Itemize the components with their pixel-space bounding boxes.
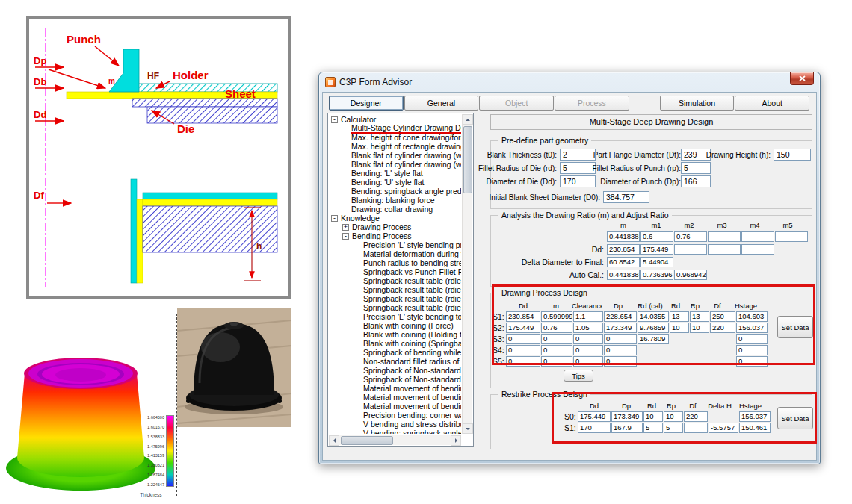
tree-item[interactable]: Bending: 'U' style flat <box>329 178 461 187</box>
value-cell[interactable]: 230.854 <box>607 244 640 255</box>
tree-item[interactable]: V bending and stress distribution <box>329 420 461 429</box>
value-cell[interactable]: 0 <box>573 334 603 344</box>
tree-item[interactable]: Springback of bending while blank w <box>329 348 461 357</box>
tab[interactable]: Object <box>479 96 554 111</box>
tree-item[interactable]: Blanking: blanking force <box>329 196 461 205</box>
tree-node-bending-process[interactable]: - Bending Process <box>329 231 461 240</box>
scroll-up-button[interactable] <box>463 114 473 125</box>
drawing-height-input[interactable] <box>774 149 811 161</box>
value-cell[interactable]: 170 <box>578 423 611 433</box>
tree-item[interactable]: Springback result table (rdie=0.5t) <box>329 303 461 312</box>
tab[interactable]: Designer <box>329 96 404 111</box>
tree-item[interactable]: Material movement of bending proc <box>329 402 461 411</box>
value-cell[interactable]: 0.736396 <box>640 270 673 280</box>
tree-item[interactable]: Drawing: collar drawing <box>329 205 461 214</box>
tree-node-knowledge[interactable]: - Knowledge <box>329 214 461 223</box>
value-cell[interactable]: 230.854 <box>506 311 540 322</box>
tree-item[interactable]: Non-standard fillet radius of punch <box>329 357 461 366</box>
initial-blank-diameter-input[interactable] <box>603 191 649 203</box>
value-cell[interactable]: 0.441838 <box>607 231 640 242</box>
tree-item[interactable]: Blank flat of cylinder drawing (without … <box>329 151 461 160</box>
value-cell[interactable]: 0.76 <box>674 231 707 242</box>
scroll-down-button[interactable] <box>463 423 473 434</box>
value-cell[interactable]: 10 <box>670 323 689 333</box>
value-cell[interactable]: 10 <box>643 411 663 422</box>
title-bar[interactable]: C3P Form Advisor <box>319 72 820 92</box>
value-cell[interactable]: -5.5757 <box>709 423 738 433</box>
diameter-die-input[interactable] <box>560 175 596 187</box>
value-cell[interactable]: 228.654 <box>604 311 637 322</box>
value-cell[interactable]: 0.441838 <box>607 270 640 280</box>
value-cell[interactable]: 0 <box>604 334 637 344</box>
value-cell[interactable]: 0 <box>573 356 603 367</box>
value-cell[interactable]: 0 <box>604 356 637 367</box>
scroll-left-button[interactable] <box>329 435 339 446</box>
tree-item[interactable]: Springback result table (rdie=0.1t) <box>329 276 461 285</box>
value-cell[interactable]: 0 <box>541 356 572 367</box>
tips-button[interactable]: Tips <box>564 370 593 382</box>
tree-item[interactable]: Multi-Stage Cylinder Drawing Design <box>329 124 461 133</box>
collapse-toggle-icon[interactable]: - <box>342 233 349 240</box>
tab[interactable]: General <box>404 96 479 111</box>
value-cell[interactable]: 10 <box>690 323 709 333</box>
value-cell[interactable]: 0 <box>736 356 768 367</box>
horizontal-scrollbar-thumb[interactable] <box>341 436 393 445</box>
value-cell[interactable]: 175.449 <box>578 411 611 422</box>
value-cell[interactable]: 175.449 <box>506 323 540 333</box>
expand-toggle-icon[interactable]: + <box>342 224 349 231</box>
tree-node-drawing-process[interactable]: + Drawing Process <box>329 223 461 231</box>
tree-item[interactable]: Precision 'L' style bending tooling sty <box>329 312 461 321</box>
value-cell[interactable] <box>708 231 741 242</box>
value-cell[interactable] <box>674 244 707 255</box>
value-cell[interactable]: 173.349 <box>604 323 637 333</box>
tab[interactable]: About <box>735 96 809 111</box>
value-cell[interactable] <box>684 423 708 433</box>
value-cell[interactable] <box>741 231 774 242</box>
scroll-right-button[interactable] <box>451 435 461 446</box>
value-cell[interactable]: 0.6 <box>640 231 673 242</box>
tree-item[interactable]: Precision 'L' style bending process <box>329 240 461 249</box>
tree-item[interactable]: Springback vs Punch Fillet Radius <box>329 267 461 276</box>
value-cell[interactable]: 220 <box>684 411 708 422</box>
fillet-radius-punch-input[interactable] <box>681 162 711 174</box>
value-cell[interactable]: 0 <box>506 345 540 355</box>
tree-item[interactable]: Blank flat of cylinder drawing (with fla… <box>329 160 461 169</box>
value-cell[interactable]: 60.8542 <box>607 257 640 267</box>
tree-item[interactable]: Material movement of bending proc <box>329 384 461 393</box>
tree-item[interactable]: Max. height of rectangle drawing <box>329 142 461 151</box>
tree-item[interactable]: Blank with coining (Springback) <box>329 339 461 348</box>
value-cell[interactable]: 250 <box>710 311 735 322</box>
value-cell[interactable]: 0 <box>541 334 572 344</box>
horizontal-scrollbar[interactable] <box>329 435 461 445</box>
tree-item[interactable]: Blank with coining (Holding force) <box>329 330 461 339</box>
tree-item[interactable]: V bending: springback angle vs mate <box>329 429 461 434</box>
close-button[interactable] <box>790 72 814 85</box>
value-cell[interactable]: 220 <box>710 323 735 333</box>
tree-item[interactable]: Material deformation during the ben <box>329 249 461 258</box>
value-cell[interactable]: 156.037 <box>739 411 771 422</box>
value-cell[interactable]: 5.44904 <box>640 257 673 267</box>
tree-item[interactable]: Blank with coining (Force) <box>329 321 461 330</box>
set-data-button[interactable]: Set Data <box>777 407 813 429</box>
tree-item[interactable]: Bending: 'L' style flat <box>329 169 461 178</box>
collapse-toggle-icon[interactable]: - <box>331 116 338 123</box>
value-cell[interactable]: 156.037 <box>736 323 768 333</box>
tree-item[interactable]: Material movement of bending proc <box>329 393 461 402</box>
tree-item[interactable]: Springback of Non-standard fillet ra <box>329 366 461 375</box>
tree-item[interactable]: Springback result table (rdie=0.2t) <box>329 285 461 294</box>
value-cell[interactable] <box>741 244 774 255</box>
value-cell[interactable]: 150.461 <box>739 423 771 433</box>
value-cell[interactable]: 0 <box>506 356 540 367</box>
tree-item[interactable]: Punch radius to bending stress <box>329 258 461 267</box>
tree-item[interactable]: Max. height of cone drawing/forming <box>329 133 461 142</box>
value-cell[interactable] <box>775 231 808 242</box>
tab[interactable]: Simulation <box>660 96 735 111</box>
value-cell[interactable]: 14.0355 <box>638 311 669 322</box>
value-cell[interactable]: 10 <box>664 411 683 422</box>
value-cell[interactable]: 0 <box>541 345 572 355</box>
diameter-punch-input[interactable] <box>681 175 711 187</box>
value-cell[interactable]: 16.7809 <box>638 334 669 344</box>
tree-item[interactable]: Precision bending: corner warp <box>329 411 461 420</box>
value-cell[interactable]: 0.76 <box>541 323 572 333</box>
value-cell[interactable]: 0 <box>736 345 768 355</box>
